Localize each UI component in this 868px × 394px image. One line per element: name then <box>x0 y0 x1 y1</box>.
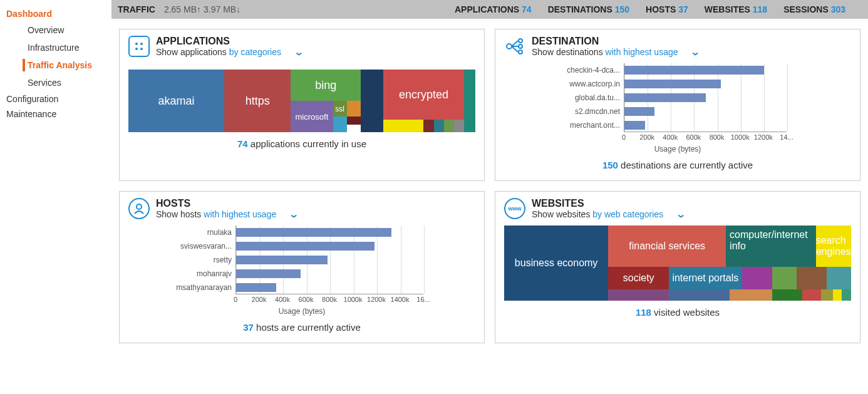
tm-ssl[interactable]: ssl <box>333 101 347 117</box>
tm-app-small-1[interactable] <box>347 101 361 117</box>
svg-point-3 <box>140 48 143 50</box>
tm-https[interactable]: https <box>224 70 291 132</box>
panel-subtitle: Show hosts with highest usage ⌄ <box>156 209 297 219</box>
tm-society[interactable]: society <box>608 267 669 289</box>
tm-app-small-2[interactable] <box>333 117 347 132</box>
tm-web-h[interactable] <box>772 289 802 301</box>
stat-destinations[interactable]: DESTINATIONS 150 <box>548 4 629 14</box>
svg-point-8 <box>519 39 522 43</box>
panel-title: HOSTS <box>156 198 297 209</box>
apps-icon <box>128 36 150 57</box>
tm-web-j[interactable] <box>821 289 833 301</box>
tm-web-b[interactable] <box>772 267 797 289</box>
chevron-down-icon[interactable]: ⌄ <box>294 47 304 57</box>
topbar: TRAFFIC 2.65 MB↑ 3.97 MB↓ APPLICATIONS 7… <box>111 0 868 19</box>
stat-hosts[interactable]: HOSTS 37 <box>646 4 688 14</box>
web-footer: 118 visited websites <box>504 307 851 318</box>
tm-web-k[interactable] <box>833 289 842 301</box>
svg-point-2 <box>135 48 138 50</box>
svg-point-4 <box>507 44 512 49</box>
svg-line-5 <box>512 41 518 46</box>
panel-title: DESTINATION <box>532 36 699 47</box>
panel-subtitle: Show destinations with highest usage ⌄ <box>532 47 699 57</box>
tm-portals[interactable]: internet portals <box>669 267 741 289</box>
tm-encrypted[interactable]: encrypted <box>383 70 465 120</box>
traffic-label: TRAFFIC <box>118 4 155 14</box>
destination-icon <box>504 36 525 57</box>
svg-point-11 <box>137 204 142 209</box>
tm-business[interactable]: business economy <box>504 226 608 301</box>
svg-point-0 <box>135 43 138 45</box>
hosts-icon <box>128 198 150 219</box>
dest-filter-dropdown[interactable]: with highest usage <box>606 47 678 57</box>
dest-barchart[interactable]: checkin-4-dca...www.actcorp.inglobal.da.… <box>559 63 797 153</box>
panel-websites: www WEBSITES Show websites by web catego… <box>495 191 860 343</box>
apps-treemap[interactable]: akamai https bing microsoft ssl <box>128 70 475 132</box>
chevron-down-icon[interactable]: ⌄ <box>289 209 299 219</box>
svg-point-9 <box>519 44 522 48</box>
panel-title: APPLICATIONS <box>156 36 302 47</box>
nav-dashboard[interactable]: Dashboard <box>6 6 111 21</box>
dest-footer: 150 destinations are currently active <box>504 160 851 170</box>
traffic-down: 3.97 MB↓ <box>204 4 240 14</box>
stat-applications[interactable]: APPLICATIONS 74 <box>455 4 532 14</box>
tm-app-small-4[interactable] <box>347 125 361 133</box>
chevron-down-icon[interactable]: ⌄ <box>690 47 701 57</box>
tm-app-small-3[interactable] <box>347 117 361 125</box>
svg-point-1 <box>140 43 143 45</box>
panel-applications: APPLICATIONS Show applications by catego… <box>119 29 485 181</box>
tm-app-r[interactable] <box>423 120 433 132</box>
tm-microsoft[interactable]: microsoft <box>291 101 333 132</box>
tm-web-l[interactable] <box>842 289 851 301</box>
traffic-up: 2.65 MB↑ <box>164 4 201 14</box>
tm-app-g[interactable] <box>444 120 454 132</box>
web-treemap[interactable]: business economy financial services comp… <box>504 226 851 301</box>
panel-title: WEBSITES <box>532 198 685 209</box>
panel-destination: DESTINATION Show destinations with highe… <box>495 29 860 181</box>
tm-app-y[interactable] <box>383 120 424 132</box>
nav-configuration[interactable]: Configuration <box>6 91 111 106</box>
hosts-footer: 37 hosts are currently active <box>128 322 475 333</box>
websites-icon: www <box>504 198 525 219</box>
tm-app-edge-2[interactable] <box>464 101 475 132</box>
tm-financial[interactable]: financial services <box>608 226 726 267</box>
apps-category-dropdown[interactable]: by categories <box>229 47 281 57</box>
chevron-down-icon[interactable]: ⌄ <box>676 209 686 219</box>
nav-infrastructure[interactable]: Infrastructure <box>6 39 111 56</box>
hosts-filter-dropdown[interactable]: with highest usage <box>204 209 276 219</box>
nav-overview[interactable]: Overview <box>6 21 111 39</box>
tm-app-dark[interactable] <box>361 70 383 132</box>
tm-web-c[interactable] <box>797 267 827 289</box>
web-category-dropdown[interactable]: by web categories <box>592 209 663 219</box>
tm-app-gr[interactable] <box>454 120 464 132</box>
tm-web-f[interactable] <box>669 289 730 301</box>
hosts-barchart[interactable]: rnulakasviswesvaran...rsettymohanrajvmsa… <box>170 226 433 316</box>
tm-web-g[interactable] <box>730 289 772 301</box>
tm-web-i[interactable] <box>802 289 820 301</box>
panel-subtitle: Show websites by web categories ⌄ <box>532 209 685 219</box>
nav-services[interactable]: Services <box>6 74 111 91</box>
tm-computer[interactable]: computer/internet info <box>726 226 816 267</box>
apps-footer: 74 applications currently in use <box>128 138 475 149</box>
tm-web-a[interactable] <box>742 267 772 289</box>
tm-web-e[interactable] <box>608 289 669 301</box>
svg-line-7 <box>512 46 518 52</box>
stat-websites[interactable]: WEBSITES 118 <box>705 4 767 14</box>
panel-subtitle: Show applications by categories ⌄ <box>156 47 302 57</box>
panel-hosts: HOSTS Show hosts with highest usage ⌄ rn… <box>119 191 485 343</box>
tm-bing[interactable]: bing <box>291 70 361 101</box>
tm-web-d[interactable] <box>827 267 851 289</box>
nav-traffic-analysis[interactable]: Traffic Analysis <box>6 56 111 74</box>
nav-maintenance[interactable]: Maintenance <box>6 106 111 122</box>
svg-point-10 <box>519 50 522 54</box>
tm-akamai[interactable]: akamai <box>128 70 224 132</box>
tm-search[interactable]: search engines <box>816 226 851 267</box>
stat-sessions[interactable]: SESSIONS 303 <box>783 4 845 14</box>
tm-app-edge-1[interactable] <box>464 70 475 101</box>
sidebar: Dashboard Overview Infrastructure Traffi… <box>0 0 111 394</box>
tm-app-t[interactable] <box>434 120 444 132</box>
